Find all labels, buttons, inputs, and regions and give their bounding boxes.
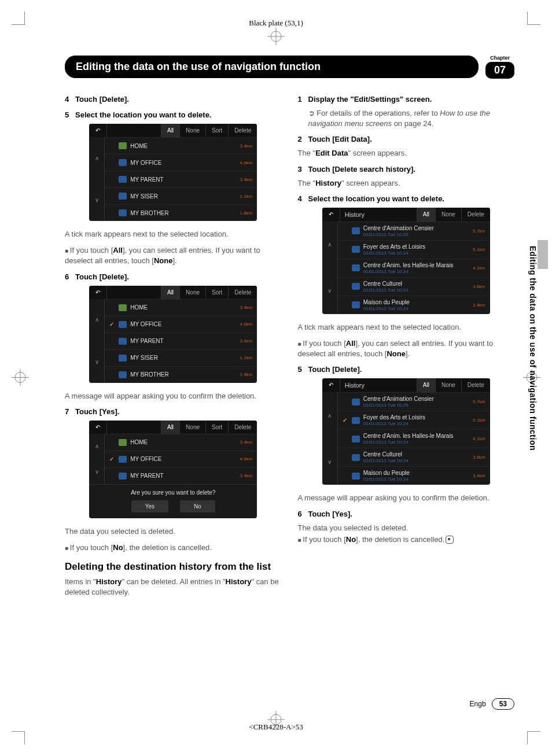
item-name: MY PARENT [130, 473, 233, 479]
toolbar-button[interactable]: Delete [228, 286, 257, 299]
item-name: Foyer des Arts et Loisirs01/01/2013 Tue … [363, 244, 466, 256]
list-item[interactable]: Centre Culturel01/01/2013 Tue 10:243.8km [338, 277, 490, 296]
back-icon[interactable]: ↶ [89, 124, 107, 137]
list-item[interactable]: Maison du Peuple01/01/2013 Tue 10:243.4k… [338, 296, 490, 314]
scroll-down-icon[interactable]: ∨ [322, 268, 337, 314]
scroll-up-icon[interactable]: ∧ [89, 299, 104, 341]
list-item[interactable]: MY PARENT3.4km [105, 171, 257, 187]
chapter-number: 07 [485, 62, 514, 79]
home-icon [119, 304, 127, 311]
toolbar-button[interactable]: None [435, 378, 461, 392]
item-name: Centre d'Anim. les Halles-le Marais01/01… [363, 433, 466, 445]
list-item[interactable]: MY SISER1.1km [105, 187, 257, 204]
toolbar-button[interactable]: Delete [228, 421, 257, 434]
item-timestamp: 01/01/2013 Tue 10:25 [363, 403, 466, 408]
item-distance: 4.9km [233, 456, 252, 462]
toolbar-button[interactable]: Delete [461, 378, 490, 392]
step-num: 3 [298, 165, 308, 174]
step-text: Display the "Edit/Settings" screen. [308, 95, 432, 104]
note-no-cancel: If you touch [No], the deletion is cance… [65, 543, 282, 553]
toolbar-button[interactable]: All [161, 421, 179, 434]
toolbar-button[interactable]: None [179, 286, 205, 299]
item-name: Maison du Peuple01/01/2013 Tue 10:24 [363, 470, 466, 482]
body-text: The "History" screen appears. [298, 178, 515, 189]
scroll-up-icon[interactable]: ∧ [322, 392, 337, 438]
item-distance: 3.4km [233, 440, 252, 445]
scroll-down-icon[interactable]: ∨ [89, 179, 104, 222]
list-item[interactable]: Centre d'Anim. les Halles-le Marais01/01… [338, 429, 490, 448]
toolbar-button[interactable]: Delete [228, 124, 257, 137]
item-name: Centre Culturel01/01/2013 Tue 10:24 [363, 451, 466, 463]
yes-button[interactable]: Yes [131, 500, 168, 512]
toolbar-button[interactable]: Delete [461, 208, 490, 222]
history-icon [352, 399, 360, 405]
no-button[interactable]: No [180, 500, 215, 512]
item-name: Foyer des Arts et Loisirs01/01/2013 Tue … [363, 414, 466, 426]
favorite-icon [119, 193, 127, 200]
favorite-icon [119, 338, 127, 345]
back-icon[interactable]: ↶ [322, 378, 340, 392]
scroll-up-icon[interactable]: ∧ [322, 222, 337, 268]
body-text: The data you selected is deleted. [65, 526, 282, 537]
step-text: Select the location you want to delete. [308, 194, 445, 203]
list-item[interactable]: MY PARENT3.4km [105, 333, 257, 349]
item-distance: 3.4km [466, 473, 485, 478]
list-item[interactable]: HOME3.4km [105, 299, 257, 316]
list-item[interactable]: Foyer des Arts et Loisirs01/01/2013 Tue … [338, 240, 490, 259]
list-item[interactable]: MY OFFICE4.9km [105, 154, 257, 171]
list-item[interactable]: Centre d'Animation Censier01/01/2013 Tue… [338, 222, 490, 240]
back-icon[interactable]: ↶ [89, 286, 107, 299]
list-item[interactable]: MY SISER1.1km [105, 349, 257, 366]
item-name: MY OFFICE [130, 321, 233, 327]
home-icon [119, 439, 127, 446]
list-item[interactable]: Centre d'Animation Censier01/01/2013 Tue… [338, 392, 490, 411]
scroll-down-icon[interactable]: ∨ [89, 341, 104, 383]
screenshot-favorites-1: ↶AllNoneSortDelete∧∨HOME3.4kmMY OFFICE4.… [89, 124, 257, 221]
item-distance: 3.4km [233, 338, 252, 344]
item-timestamp: 01/01/2013 Tue 10:24 [363, 421, 466, 426]
toolbar-button[interactable]: None [179, 421, 205, 434]
list-item[interactable]: ✓MY OFFICE4.9km [105, 451, 257, 467]
list-item[interactable]: ✓Foyer des Arts et Loisirs01/01/2013 Tue… [338, 411, 490, 429]
favorite-icon [119, 176, 127, 183]
history-icon [352, 473, 360, 480]
item-timestamp: 01/01/2013 Tue 10:24 [363, 458, 466, 463]
scroll-up-icon[interactable]: ∧ [89, 434, 104, 459]
toolbar-button[interactable]: All [161, 124, 179, 137]
toolbar-button[interactable]: All [161, 286, 179, 299]
list-item[interactable]: MY BROTHER1.9km [105, 204, 257, 221]
item-name: MY SISER [130, 355, 233, 361]
list-item[interactable]: ✓MY OFFICE4.9km [105, 316, 257, 333]
back-icon[interactable]: ↶ [322, 208, 340, 222]
toolbar-button[interactable]: All [417, 208, 435, 222]
left-column: 4Touch [Delete]. 5Select the location yo… [65, 95, 282, 603]
scroll-down-icon[interactable]: ∨ [322, 438, 337, 485]
toolbar-button[interactable]: None [179, 124, 205, 137]
list-item[interactable]: Maison du Peuple01/01/2013 Tue 10:243.4k… [338, 466, 490, 485]
toolbar-button[interactable]: All [417, 378, 435, 392]
confirm-message: Are you sure you want to delete? [89, 484, 257, 500]
screenshot-favorites-confirm: ↶AllNoneSortDelete∧∨HOME3.4km✓MY OFFICE4… [89, 421, 257, 518]
step-num: 5 [298, 365, 308, 374]
toolbar-button[interactable]: Sort [205, 286, 228, 299]
item-distance: 3.8km [466, 455, 485, 460]
home-icon [119, 142, 127, 149]
scroll-down-icon[interactable]: ∨ [89, 459, 104, 484]
chapter-banner: Editing the data on the use of navigatio… [65, 56, 479, 78]
step-num: 2 [298, 135, 308, 143]
screenshot-history-2: ↶HistoryAllNoneDelete∧∨Centre d'Animatio… [322, 378, 490, 485]
scroll-up-icon[interactable]: ∧ [89, 137, 104, 179]
toolbar-button[interactable]: Sort [205, 421, 228, 434]
item-name: MY OFFICE [130, 456, 233, 462]
toolbar-button[interactable]: None [435, 208, 461, 222]
toolbar-button[interactable]: Sort [205, 124, 228, 137]
back-icon[interactable]: ↶ [89, 421, 107, 434]
list-item[interactable]: HOME3.4km [105, 137, 257, 154]
check-icon: ✓ [109, 456, 119, 462]
list-item[interactable]: MY BROTHER1.9km [105, 366, 257, 383]
list-item[interactable]: Centre d'Anim. les Halles-le Marais01/01… [338, 259, 490, 277]
list-item[interactable]: HOME3.4km [105, 434, 257, 451]
list-item[interactable]: MY PARENT3.4km [105, 467, 257, 484]
item-distance: 5.7km [466, 228, 485, 234]
list-item[interactable]: Centre Culturel01/01/2013 Tue 10:243.8km [338, 448, 490, 466]
